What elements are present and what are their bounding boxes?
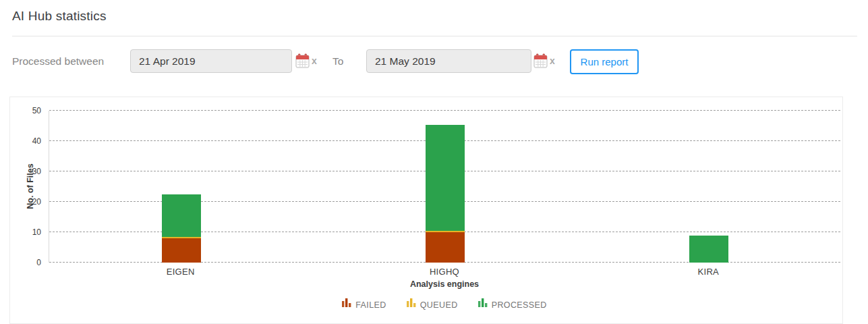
stacked-bar [426,125,465,263]
bar-column [313,111,577,263]
y-tick-label: 30 [32,167,41,176]
y-tick-label: 40 [32,136,41,146]
bar-segment-failed [426,232,465,263]
mini-bar-chart-icon [342,298,351,310]
y-tick-label: 50 [32,106,41,115]
start-date-clear-icon[interactable]: x [312,56,317,65]
legend-item-failed[interactable]: FAILED [342,298,386,310]
bar-column [49,111,313,263]
end-date-clear-icon[interactable]: x [550,56,555,65]
run-report-button[interactable]: Run report [570,49,639,74]
bar-segment-failed [162,238,201,263]
to-label: To [332,55,343,68]
bar-column [577,111,840,263]
bar-segment-processed [162,194,201,237]
bar-segment-processed [689,236,728,263]
legend-label: PROCESSED [492,300,547,310]
y-tick-label: 10 [32,227,41,237]
y-tick-label: 20 [32,197,41,207]
legend-label: FAILED [355,300,386,310]
header-divider [12,36,857,36]
legend-item-processed[interactable]: PROCESSED [478,298,547,310]
stacked-bar [162,194,201,263]
x-axis-title: Analysis engines [49,279,840,289]
y-tick-label: 0 [36,258,41,267]
x-tick-label: HIGHQ [312,267,576,277]
bar-segment-processed [426,125,465,232]
end-date-input[interactable] [366,49,531,73]
chart-panel: No. of Files 01020304050 EIGENHIGHQKIRA … [9,97,843,324]
x-tick-row: EIGENHIGHQKIRA [49,267,840,277]
start-date-calendar-icon[interactable] [295,53,310,71]
start-date-input[interactable] [130,49,292,73]
mini-bar-chart-icon [407,298,416,310]
legend: FAILEDQUEUEDPROCESSED [49,298,840,310]
end-date-calendar-icon[interactable] [533,53,548,71]
x-tick-label: EIGEN [49,267,312,277]
plot-area [49,111,840,263]
stacked-bar [689,236,728,263]
x-tick-label: KIRA [577,267,840,277]
legend-item-queued[interactable]: QUEUED [407,298,458,310]
legend-label: QUEUED [420,300,458,310]
y-axis-ticks: 01020304050 [10,111,41,263]
page-title: AI Hub statistics [12,9,107,24]
processed-between-label: Processed between [12,55,104,68]
mini-bar-chart-icon [478,298,488,310]
